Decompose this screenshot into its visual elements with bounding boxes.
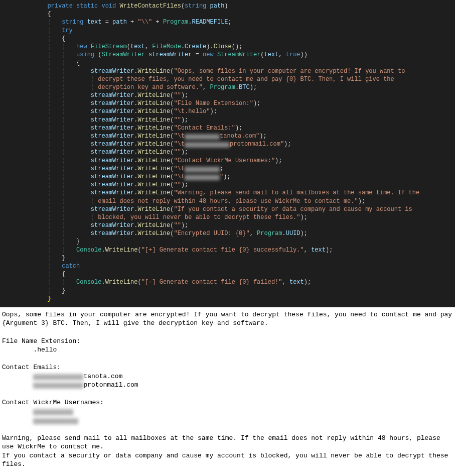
output-panel: Oops, some files in your computer are en… <box>0 307 455 476</box>
code-line: ¦ ¦ Console.WriteLine("[-] Generate cont… <box>0 278 455 286</box>
code-line: ¦ ¦ ¦ streamWriter.WriteLine("Oops, some… <box>0 67 455 75</box>
redacted-text: xxxxxxxx <box>185 167 220 172</box>
code-line: ¦ { <box>0 270 455 278</box>
code-line: ¦ ¦ ¦ streamWriter.WriteLine(""); <box>0 221 455 229</box>
code-line: ¦ ¦ ¦ streamWriter.WriteLine("\txxxxxxxx… <box>0 165 455 173</box>
redacted-text: xxxxxxxxx <box>33 418 78 424</box>
output-text: File Name Extension: <box>2 337 80 345</box>
code-line: ¦ ¦ ¦ ¦ blocked, you will never be able … <box>0 213 455 221</box>
output-text: Warning, please send mail to all mailbox… <box>2 434 444 451</box>
output-text: xxxxxxxxxprotonmail.com <box>2 381 138 389</box>
code-line: ¦ ¦ { <box>0 59 455 67</box>
redacted-text: xxxxxxxx <box>33 409 73 415</box>
code-line: ¦ ¦ ¦ streamWriter.WriteLine(""); <box>0 148 455 156</box>
output-text: xxxxxxxx <box>2 408 73 415</box>
code-line: ¦ string text = path + "\\" + Program.RE… <box>0 18 455 26</box>
redacted-text: xxxxxxxxx <box>33 374 83 380</box>
code-line: ¦ ¦ ¦ streamWriter.WriteLine("Encrypted … <box>0 229 455 237</box>
redacted-text: xxxxxxxxxx <box>185 142 230 148</box>
code-line: ¦ ¦ ¦ streamWriter.WriteLine("Contact Wi… <box>0 157 455 165</box>
redacted-text: xxxxxxxxx <box>33 383 83 389</box>
code-line: ¦ ¦ ¦ ¦ decrypt these files, you need to… <box>0 75 455 83</box>
code-line: ¦ try <box>0 27 455 35</box>
code-line: private static void WriteContactFiles(st… <box>0 2 455 10</box>
redacted-text: xxxxxxxx <box>185 175 220 180</box>
code-line: ¦ ¦ ¦ streamWriter.WriteLine("Contact Em… <box>0 124 455 132</box>
output-text: Contact Emails: <box>2 364 61 371</box>
code-line: ¦ ¦ ¦ streamWriter.WriteLine("File Name … <box>0 99 455 107</box>
code-line: ¦ ¦ ¦ streamWriter.WriteLine("\txxxxxxxx… <box>0 132 455 140</box>
output-text: .hello <box>2 346 57 353</box>
code-line: ¦ ¦ ¦ streamWriter.WriteLine(""); <box>0 181 455 189</box>
code-line: ¦ { <box>0 35 455 43</box>
method-name: WriteContactFiles <box>119 3 181 10</box>
code-line: ¦ ¦ ¦ streamWriter.WriteLine("\txxxxxxxx… <box>0 173 455 181</box>
code-editor-panel: private static void WriteContactFiles(st… <box>0 0 455 307</box>
code-line: } <box>0 295 455 303</box>
code-line: ¦ ¦ using (StreamWriter streamWriter = n… <box>0 51 455 59</box>
code-line: ¦ ¦ ¦ streamWriter.WriteLine("If you con… <box>0 205 455 213</box>
code-line: ¦ ¦ ¦ ¦ decryption key and software.", P… <box>0 83 455 91</box>
code-line: ¦ ¦ ¦ streamWriter.WriteLine("Warning, p… <box>0 189 455 197</box>
code-line: { <box>0 10 455 18</box>
output-text: xxxxxxxxxtanota.com <box>2 373 122 380</box>
code-line: ¦ } <box>0 287 455 295</box>
code-line: ¦ catch <box>0 262 455 270</box>
output-text: Oops, some files in your computer are en… <box>2 311 455 327</box>
code-line: ¦ ¦ ¦ streamWriter.WriteLine("\t.hello")… <box>0 107 455 115</box>
code-line: ¦ ¦ ¦ streamWriter.WriteLine(""); <box>0 116 455 124</box>
output-text: Contact WickrMe Usernames: <box>2 399 104 406</box>
code-line: ¦ ¦ Console.WriteLine("[+] Generate cont… <box>0 246 455 254</box>
code-line: ¦ } <box>0 254 455 262</box>
output-text: xxxxxxxxx <box>2 417 78 424</box>
code-line: ¦ ¦ ¦ streamWriter.WriteLine("\txxxxxxxx… <box>0 140 455 148</box>
code-line: ¦ ¦ ¦ ¦ email does not reply within 48 h… <box>0 197 455 205</box>
output-text: If you contact a security or data compan… <box>2 452 452 468</box>
redacted-text: xxxxxxxx <box>185 134 220 140</box>
code-line: ¦ ¦ ¦ streamWriter.WriteLine(""); <box>0 91 455 99</box>
code-line: ¦ ¦ new FileStream(text, FileMode.Create… <box>0 43 455 51</box>
code-line: ¦ ¦ } <box>0 237 455 246</box>
